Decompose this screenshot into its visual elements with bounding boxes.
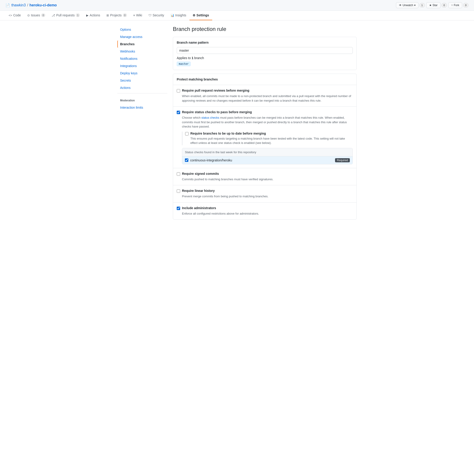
require-status-desc: Choose which status checks must pass bef…	[182, 116, 353, 129]
require-status-row: Require status checks to pass before mer…	[177, 110, 353, 114]
tab-code-label: Code	[13, 13, 21, 17]
tab-code[interactable]: <> Code	[5, 11, 24, 20]
tab-security[interactable]: 🛡 Security	[145, 11, 167, 20]
require-status-label[interactable]: Require status checks to pass before mer…	[182, 110, 252, 114]
status-checks-header: Status checks found in the last week for…	[182, 148, 352, 156]
projects-icon: ⊞	[106, 14, 109, 17]
page-title: Branch protection rule	[173, 26, 357, 32]
tab-settings[interactable]: ⚙ Settings	[190, 11, 212, 20]
top-bar: 📄 thawkin3 / heroku-ci-demo 👁 Unwatch ▾ …	[0, 0, 474, 11]
sidebar-item-options[interactable]: Options	[117, 26, 167, 33]
tab-pull-requests[interactable]: ⎇ Pull requests 1	[49, 11, 83, 20]
branch-name-section: Branch name pattern Applies to 1 branch …	[173, 37, 356, 70]
heroku-status-label[interactable]: continuous-integration/heroku	[190, 158, 232, 162]
main-content: Branch protection rule Branch name patte…	[173, 26, 357, 223]
sidebar-moderation-section: Moderation Interaction limits	[117, 97, 167, 111]
repo-owner-link[interactable]: thawkin3	[11, 3, 26, 7]
main-layout: Options Manage access Branches Webhooks …	[112, 20, 362, 229]
require-up-to-date-row: Require branches to be up to date before…	[185, 132, 353, 136]
require-up-to-date-desc: This ensures pull requests targeting a m…	[190, 136, 353, 145]
status-checks-box: Status checks found in the last week for…	[182, 148, 353, 164]
require-signed-label[interactable]: Require signed commits	[182, 172, 219, 175]
nested-up-to-date: Require branches to be up to date before…	[182, 132, 353, 145]
branch-name-label: Branch name pattern	[177, 41, 353, 44]
sidebar-item-notifications[interactable]: Notifications	[117, 55, 167, 62]
tab-insights[interactable]: 📊 Insights	[167, 11, 190, 20]
tab-settings-label: Settings	[196, 13, 209, 17]
unwatch-button[interactable]: 👁 Unwatch ▾	[396, 2, 419, 8]
include-admins-row: Include administrators	[177, 206, 353, 210]
repo-separator: /	[27, 3, 28, 7]
require-signed-row: Require signed commits	[177, 172, 353, 176]
require-signed-desc: Commits pushed to matching branches must…	[182, 177, 353, 182]
branch-tag: master	[177, 62, 191, 66]
check-item-require-linear: Require linear history Prevent merge com…	[173, 185, 356, 203]
repo-name-link[interactable]: heroku-ci-demo	[30, 3, 57, 7]
sidebar-item-deploy-keys[interactable]: Deploy keys	[117, 69, 167, 77]
check-item-require-pr: Require pull request reviews before merg…	[173, 85, 356, 107]
check-item-require-signed: Require signed commits Commits pushed to…	[173, 168, 356, 186]
require-linear-label[interactable]: Require linear history	[182, 189, 215, 192]
fork-label: Fork	[454, 4, 459, 7]
sidebar-item-secrets[interactable]: Secrets	[117, 77, 167, 84]
require-up-to-date-checkbox[interactable]	[185, 132, 189, 136]
top-actions: 👁 Unwatch ▾ 1 ★ Star 0 ⑂ Fork 0	[396, 2, 469, 8]
fork-group: ⑂ Fork 0	[448, 2, 469, 8]
issues-icon: ⊙	[27, 14, 30, 17]
tab-wiki[interactable]: ≡ Wiki	[130, 11, 145, 20]
sidebar-item-actions[interactable]: Actions	[117, 84, 167, 91]
require-pr-checkbox[interactable]	[177, 89, 180, 93]
branch-pattern-card: Branch name pattern Applies to 1 branch …	[173, 37, 357, 70]
heroku-status-checkbox[interactable]	[185, 158, 188, 162]
settings-icon: ⚙	[193, 14, 195, 17]
require-up-to-date-label[interactable]: Require branches to be up to date before…	[190, 132, 266, 135]
sidebar: Options Manage access Branches Webhooks …	[117, 26, 167, 223]
status-checks-link[interactable]: status checks	[201, 116, 219, 119]
nav-tabs: <> Code ⊙ Issues 0 ⎇ Pull requests 1 ▶ A…	[0, 11, 474, 20]
sidebar-item-manage-access[interactable]: Manage access	[117, 33, 167, 40]
check-item-include-admins: Include administrators Enforce all confi…	[173, 203, 356, 220]
tab-issues[interactable]: ⊙ Issues 0	[24, 11, 49, 20]
sidebar-item-integrations[interactable]: Integrations	[117, 62, 167, 69]
tab-wiki-label: Wiki	[136, 13, 142, 17]
security-icon: 🛡	[149, 14, 152, 17]
star-count: 0	[441, 3, 447, 7]
fork-icon: ⑂	[451, 4, 453, 7]
tab-projects[interactable]: ⊞ Projects 0	[103, 11, 130, 20]
unwatch-label: Unwatch	[403, 4, 413, 7]
include-admins-desc: Enforce all configured restrictions abov…	[182, 211, 353, 216]
star-icon: ★	[429, 4, 432, 7]
moderation-label: Moderation	[117, 97, 167, 104]
require-status-checkbox[interactable]	[177, 111, 180, 114]
sidebar-item-branches[interactable]: Branches	[117, 40, 167, 48]
tab-actions[interactable]: ▶ Actions	[83, 11, 103, 20]
protect-title: Protect matching branches	[173, 74, 356, 85]
tab-insights-label: Insights	[175, 13, 186, 17]
tab-actions-label: Actions	[90, 13, 100, 17]
star-label: Star	[433, 4, 438, 7]
require-pr-row: Require pull request reviews before merg…	[177, 89, 353, 93]
wiki-icon: ≡	[133, 14, 135, 17]
require-pr-label[interactable]: Require pull request reviews before merg…	[182, 89, 249, 92]
sidebar-item-interaction-limits[interactable]: Interaction limits	[117, 104, 167, 111]
require-linear-desc: Prevent merge commits from being pushed …	[182, 194, 353, 199]
require-linear-checkbox[interactable]	[177, 189, 180, 193]
pr-icon: ⎇	[52, 14, 55, 17]
protect-card: Protect matching branches Require pull r…	[173, 74, 357, 220]
insights-icon: 📊	[171, 14, 174, 17]
status-check-left: continuous-integration/heroku	[185, 158, 232, 162]
issues-badge: 0	[41, 13, 45, 17]
star-button[interactable]: ★ Star	[426, 2, 440, 8]
tab-security-label: Security	[153, 13, 164, 17]
tab-issues-label: Issues	[31, 13, 40, 17]
actions-icon: ▶	[86, 14, 88, 17]
include-admins-label[interactable]: Include administrators	[182, 206, 216, 210]
sidebar-item-webhooks[interactable]: Webhooks	[117, 48, 167, 55]
status-check-row-heroku: continuous-integration/heroku Required	[182, 156, 352, 164]
fork-button[interactable]: ⑂ Fork	[448, 2, 462, 8]
required-badge: Required	[335, 158, 350, 162]
unwatch-count: 1	[420, 3, 425, 7]
include-admins-checkbox[interactable]	[177, 207, 180, 210]
require-signed-checkbox[interactable]	[177, 172, 180, 176]
branch-name-input[interactable]	[177, 47, 353, 54]
